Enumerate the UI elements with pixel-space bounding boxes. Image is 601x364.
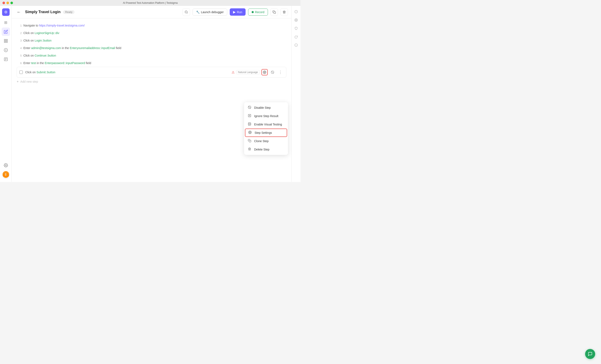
dropdown-item-step-settings[interactable]: Step Settings: [245, 128, 287, 137]
right-panel-circle-info-icon[interactable]: [293, 42, 300, 49]
sidebar-item-edit[interactable]: [2, 28, 10, 36]
svg-rect-1: [6, 39, 7, 41]
step-element: Submit::button: [37, 70, 55, 74]
sidebar-item-settings[interactable]: [2, 161, 10, 169]
step-warning-icon: ⚠: [231, 70, 234, 74]
maximize-button[interactable]: [10, 2, 13, 4]
step-settings-icon[interactable]: [261, 69, 268, 75]
right-panel-history-icon[interactable]: [293, 33, 300, 40]
step-row: 3 Click on Login::button: [17, 37, 286, 44]
step-value: admin@testsigma.com: [31, 46, 61, 50]
back-button[interactable]: ←: [15, 10, 22, 14]
right-panel-info-icon[interactable]: [293, 8, 300, 15]
step-number: 5: [17, 54, 22, 57]
step-element: Login::button: [35, 39, 51, 42]
step-number: 4: [17, 47, 22, 50]
record-button[interactable]: Record: [248, 9, 268, 16]
visual-testing-icon: [248, 122, 252, 127]
svg-line-11: [271, 71, 273, 73]
add-step-label: Add new step: [20, 80, 38, 83]
sidebar-item-cases[interactable]: [2, 37, 10, 45]
sidebar-bottom: ? S: [2, 161, 10, 179]
step-element: Enteryouremailaddress::inputEmail: [70, 46, 115, 50]
header: ← Simply Travel Login Ready 🔧 Launch deb…: [12, 6, 291, 18]
title-bar: AI Powered Test Automation Platform | Te…: [0, 0, 300, 6]
step-keyword: Navigate to: [23, 24, 39, 27]
dropdown-item-clone-step[interactable]: Clone Step: [244, 137, 288, 145]
natural-language-badge: Natural Language: [236, 70, 260, 74]
step-keyword: in the: [62, 46, 70, 50]
disable-step-icon: [248, 106, 252, 110]
dropdown-item-enable-visual-testing[interactable]: Enable Visual Testing: [244, 120, 288, 128]
step-keyword: Enter: [23, 61, 31, 65]
dropdown-menu: Disable Step Ignore Step Result Enable V…: [244, 102, 288, 155]
step-number: 2: [17, 31, 22, 35]
svg-point-9: [264, 72, 265, 73]
svg-rect-25: [249, 140, 251, 142]
step-checkbox[interactable]: [20, 70, 23, 74]
step-row: 4 Enter admin@testsigma.com in the Enter…: [17, 44, 286, 52]
minimize-button[interactable]: [7, 2, 9, 4]
run-button[interactable]: ▶ Run: [230, 8, 246, 16]
step-keyword: Click on: [25, 70, 37, 74]
step-link[interactable]: https://simply-travel.testsigma.com/: [39, 24, 85, 27]
traffic-lights: [2, 2, 13, 4]
record-dot-icon: [252, 11, 254, 13]
step-element: Continue::button: [35, 54, 56, 57]
dropdown-item-delete-step[interactable]: Delete Step: [244, 145, 288, 154]
svg-point-24: [250, 132, 250, 133]
svg-point-15: [296, 20, 297, 20]
dropdown-item-ignore-step-result[interactable]: Ignore Step Result: [244, 112, 288, 120]
svg-point-6: [5, 165, 6, 166]
right-panel: [291, 6, 300, 182]
step-row-active: Click on Submit::button ⚠ Natural Langua…: [17, 67, 286, 78]
sidebar-logo[interactable]: ⚙: [2, 8, 10, 16]
svg-rect-3: [6, 41, 7, 43]
step-more-icon[interactable]: ⋮: [277, 69, 284, 75]
step-number: 3: [17, 39, 22, 42]
step-keyword: Click on: [23, 39, 35, 42]
copy-button[interactable]: [270, 8, 278, 16]
step-disable-icon[interactable]: [269, 69, 276, 75]
step-row: 1 Navigate to https://simply-travel.test…: [17, 22, 286, 29]
step-element: Enterpassword::inputPassword: [45, 61, 85, 65]
step-row: 2 Click on LoginorSignUp::div: [17, 29, 286, 37]
delete-button[interactable]: [280, 8, 288, 16]
dropdown-item-disable-step[interactable]: Disable Step: [244, 104, 288, 112]
ignore-step-icon: [248, 114, 252, 118]
step-row: 5 Click on Continue::button: [17, 52, 286, 59]
svg-point-23: [249, 123, 249, 124]
svg-rect-0: [4, 39, 5, 41]
add-step-row[interactable]: + Add new step: [17, 78, 286, 86]
add-step-plus-icon: +: [17, 80, 19, 83]
right-panel-settings-icon[interactable]: [293, 17, 300, 23]
steps-content: 1 Navigate to https://simply-travel.test…: [12, 18, 291, 182]
debugger-icon: 🔧: [196, 10, 200, 14]
search-button[interactable]: [182, 8, 190, 16]
step-value: test: [31, 61, 36, 65]
close-button[interactable]: [2, 2, 5, 4]
step-keyword: Click on: [23, 31, 35, 35]
clone-step-icon: [248, 139, 252, 143]
delete-step-icon: [248, 147, 252, 152]
launch-debugger-button[interactable]: 🔧 Launch debugger: [192, 9, 227, 16]
step-number: 1: [17, 24, 22, 27]
window-title: AI Powered Test Automation Platform | Te…: [123, 1, 178, 4]
sidebar-item-reports[interactable]: [2, 55, 10, 63]
sidebar-item-integrations[interactable]: [2, 46, 10, 54]
sidebar-item-dashboard[interactable]: ⊞: [2, 18, 10, 27]
svg-rect-8: [274, 12, 276, 14]
step-keyword: field: [86, 61, 91, 65]
svg-point-7: [185, 11, 187, 13]
help-icon[interactable]: ?: [2, 172, 9, 179]
right-panel-gear-icon[interactable]: [293, 25, 300, 32]
step-number: 6: [17, 62, 22, 65]
app-container: ⚙ ⊞ ? S ← Simply Travel Login Ready: [0, 6, 300, 182]
step-row: 6 Enter test in the Enterpassword::input…: [17, 59, 286, 67]
step-element: LoginorSignUp::div: [35, 31, 59, 35]
sidebar: ⚙ ⊞ ? S: [0, 6, 12, 182]
step-keyword: Enter: [23, 46, 31, 50]
step-settings-dropdown-icon: [248, 131, 252, 135]
page-title: Simply Travel Login: [25, 10, 60, 14]
step-keyword: in the: [37, 61, 45, 65]
